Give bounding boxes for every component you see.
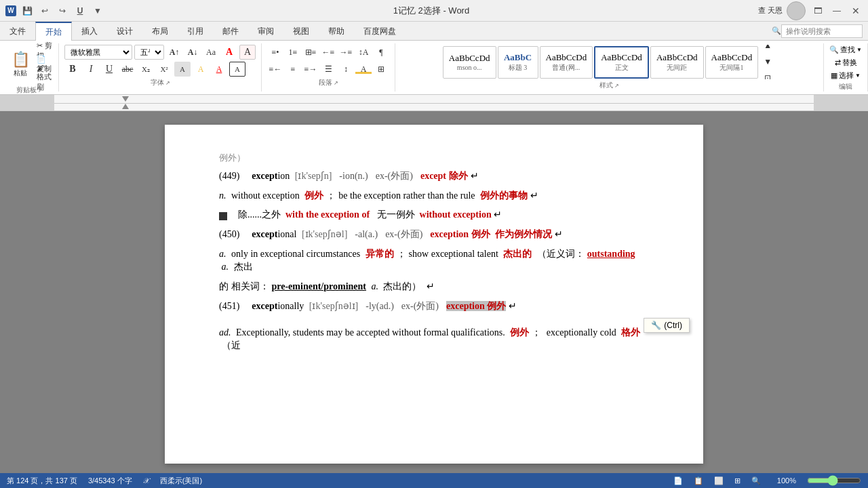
style-normal[interactable]: AaBbCcDd 正文 [594,46,649,79]
char-shading-button[interactable]: A [174,62,191,77]
highlight-button[interactable]: A [193,62,209,77]
ruler-marker-left[interactable] [122,96,129,102]
clipboard-group: 📋 粘贴 ✂ 剪切 📄 复制 🖌 格式刷 剪贴板 ↗ [0,43,59,92]
tab-references[interactable]: 引用 [178,22,213,41]
document-container[interactable]: 例外） (449) exception [ɪk'sepʃn] -ion(n.) … [0,111,868,473]
increase-indent-button[interactable]: →≡ [338,45,354,60]
styles-down-button[interactable]: ▼ [760,55,776,70]
select-button[interactable]: ▦选择▼ [831,70,861,81]
tab-file[interactable]: 文件 [0,22,35,41]
view-web-icon[interactable]: ⬜ [714,476,724,485]
font-family-select[interactable]: 微软雅黑 [64,45,132,60]
sort-button[interactable]: ↕A [355,45,372,60]
status-bar-right: 📄 📋 ⬜ ⊞ 🔍 100% [673,476,861,485]
related-word[interactable]: pre-eminent/prominent [272,281,366,291]
save-button[interactable]: 💾 [20,4,34,18]
minimize-button[interactable]: — [830,4,844,18]
superscript-button[interactable]: X² [156,62,172,77]
entry-451-related-highlight: exception 例外 [446,301,506,311]
align-center-button[interactable]: ≡ [285,62,301,77]
bold-button[interactable]: B [64,62,81,77]
shading-button[interactable]: A [355,62,372,77]
view-print-icon[interactable]: 📋 [694,476,703,485]
style-msono[interactable]: AaBbCcDd mson o... [443,46,496,79]
user-avatar[interactable] [787,1,806,20]
ruler-marker-left-bottom[interactable] [122,104,129,109]
bullets-button[interactable]: ≡• [267,45,283,60]
style-no-gap[interactable]: AaBbCcDd 无间隔1 [705,46,759,79]
align-right-button[interactable]: ≡→ [302,62,319,77]
ruler-line [54,103,814,104]
maximize-button[interactable]: 🗖 [811,4,825,18]
char-border-button[interactable]: A [229,62,245,77]
font-expand-icon[interactable]: ↗ [165,80,170,86]
line-spacing-button[interactable]: ↕ [338,62,354,77]
multilevel-list-button[interactable]: ⊞≡ [302,45,319,60]
paragraph-expand-icon[interactable]: ↗ [334,80,338,86]
tab-review[interactable]: 审阅 [248,22,283,41]
find-button[interactable]: 🔍查找▼ [829,45,862,55]
font-format-button[interactable]: A [239,45,256,60]
synonym-word[interactable]: outstanding [587,249,635,259]
view-read-icon[interactable]: 📄 [673,476,683,485]
strikethrough-button[interactable]: abc [119,62,136,77]
paste-button[interactable]: 📋 粘贴 [5,45,35,83]
font-size-select[interactable]: 五号 [134,45,164,60]
close-button[interactable]: ✕ [849,4,863,18]
tab-layout[interactable]: 布局 [142,22,178,41]
select-icon: ▦ [831,71,837,80]
redo-button[interactable]: ↪ [56,4,69,18]
entry-449-related: except 除外 [420,171,468,181]
styles-scroll: ▲ ▼ ⊡ [760,45,776,79]
lang-check-icon: 𝒳 [143,476,149,485]
replace-button[interactable]: ⇄替换 [835,58,857,68]
underline-button[interactable]: U [101,62,117,77]
autocorrect-tooltip[interactable]: 🔧 (Ctrl) [644,318,690,333]
underline-toggle-button[interactable]: U [73,4,87,18]
increase-font-button[interactable]: A↑ [166,45,182,60]
style-preview: AaBbCcDd [711,52,753,63]
tab-design[interactable]: 设计 [107,22,142,41]
tab-home[interactable]: 开始 [35,22,72,41]
styles-more-button[interactable]: ⊡ [760,71,776,80]
related-prefix: 的 相关词： [219,281,269,291]
numbering-button[interactable]: 1≡ [285,45,301,60]
style-no-spacing[interactable]: AaBbCcDd 无间距 [650,46,704,79]
format-painter-button[interactable]: 🖌 格式刷 [37,72,53,84]
font-color-button[interactable]: A [211,62,227,77]
tab-insert[interactable]: 插入 [72,22,107,41]
style-normal-web[interactable]: AaBbCcDd 普通(网... [540,46,593,79]
wrench-icon: 🔧 [651,321,661,330]
decrease-font-button[interactable]: A↓ [184,45,201,60]
styles-group: AaBbCcDd mson o... AaBbC 标题 3 AaBbCcDd 普… [395,43,824,92]
subscript-button[interactable]: X₂ [138,62,154,77]
italic-button[interactable]: I [83,62,99,77]
view-outline-icon[interactable]: ⊞ [734,476,741,485]
style-heading3[interactable]: AaBbC 标题 3 [498,46,538,79]
styles-expand-icon[interactable]: ↗ [614,83,619,89]
tab-mailings[interactable]: 邮件 [213,22,248,41]
search-input[interactable] [781,24,863,38]
styles-up-button[interactable]: ▲ [760,45,776,54]
clear-format-button[interactable]: Aa [203,45,219,60]
show-hide-button[interactable]: ¶ [373,45,389,60]
clipboard-expand-icon[interactable]: ↗ [38,87,43,94]
justify-button[interactable]: ☰ [320,62,336,77]
undo-button[interactable]: ↩ [38,4,52,18]
tab-view[interactable]: 视图 [283,22,319,41]
status-bar: 第 124 页，共 137 页 3/45343 个字 𝒳 西柔示(美国) 📄 📋… [0,473,868,488]
align-row: ≡← ≡ ≡→ ☰ ↕ A ⊞ [267,62,389,77]
tab-baidu[interactable]: 百度网盘 [354,22,406,41]
search-icon: 🔍 [772,26,781,35]
font-color-a-button[interactable]: A [221,45,237,60]
entry-450-return: ↵ [555,229,563,239]
tab-help[interactable]: 帮助 [319,22,354,41]
align-left-button[interactable]: ≡← [267,62,283,77]
view-draft-icon[interactable]: 🔍 [751,476,761,485]
replace-icon: ⇄ [835,58,841,67]
borders-button[interactable]: ⊞ [373,62,389,77]
zoom-slider[interactable] [807,476,861,485]
decrease-indent-button[interactable]: ←≡ [320,45,336,60]
more-button[interactable]: ▼ [91,4,104,18]
document-title: 1记忆 2选择 - Word [393,5,469,17]
